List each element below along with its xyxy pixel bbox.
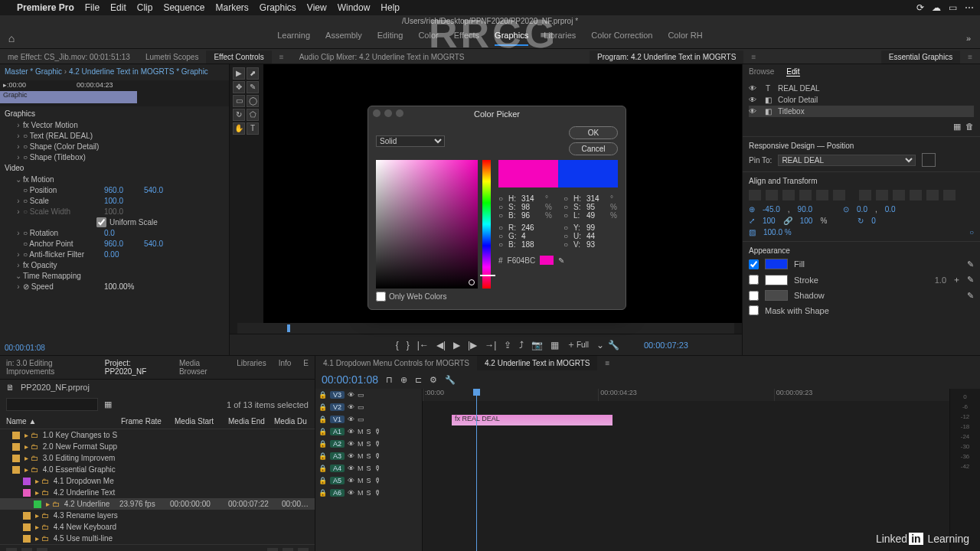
ec-vector-motion[interactable]: fx Vector Motion <box>23 121 78 129</box>
snap-icon[interactable]: ⊓ <box>386 375 393 385</box>
eye-icon[interactable]: 👁 <box>749 107 758 116</box>
ec-scale[interactable]: ○ Scale <box>23 197 96 205</box>
track-header[interactable]: 🔒V3👁▭ <box>315 389 422 401</box>
ws-graphics[interactable]: Graphics <box>495 31 528 46</box>
menu-file[interactable]: File <box>85 2 100 13</box>
cloud-icon[interactable]: ☁ <box>932 2 941 13</box>
bin-item[interactable]: ▸ 🗀4.0 Essential Graphic <box>0 464 315 475</box>
bin-item[interactable]: ▸ 🗀2.0 New Format Supp <box>0 441 315 452</box>
ok-button[interactable]: OK <box>569 126 618 139</box>
menu-view[interactable]: View <box>307 2 327 13</box>
ec-rotation[interactable]: ○ Rotation <box>23 229 96 237</box>
eg-layer-1[interactable]: Color Detail <box>778 96 818 104</box>
home-button[interactable]: ⌂ <box>0 32 23 44</box>
zoom-icon[interactable] <box>396 109 403 117</box>
ws-learning[interactable]: Learning <box>277 31 310 46</box>
close-icon[interactable] <box>373 109 381 117</box>
color-value-row[interactable]: ○U:44 <box>564 232 618 240</box>
menu-sequence[interactable]: Sequence <box>163 2 204 13</box>
app-name[interactable]: Premiere Pro <box>17 2 74 13</box>
ws-effects[interactable]: Effects <box>454 31 479 46</box>
color-field[interactable] <box>376 160 478 289</box>
color-value-row[interactable]: ○H:314° <box>564 194 618 203</box>
tab-frame-effect[interactable]: me Effect: CS_Jib.mov: 00:01:51:13 <box>0 51 138 64</box>
ec-shape-color[interactable]: ○ Shape (Color Detail) <box>23 142 99 151</box>
ec-shape-title[interactable]: ○ Shape (Titlebox) <box>23 153 86 161</box>
add-button-icon[interactable]: ＋ <box>567 338 576 351</box>
add-stroke-icon[interactable]: ＋ <box>952 274 961 285</box>
eg-x[interactable]: -45.0 <box>763 205 780 214</box>
bin-item[interactable]: ▸ 🗀4.5 Use multi-line <box>0 533 315 544</box>
linked-sel-icon[interactable]: ⊕ <box>400 375 407 385</box>
web-colors-toggle[interactable] <box>376 292 386 302</box>
tab-essential-graphics[interactable]: Essential Graphics <box>881 51 960 64</box>
eyedropper-icon[interactable]: ✎ <box>967 259 974 269</box>
eye-icon[interactable]: 👁 <box>749 84 758 93</box>
eg-opacity[interactable]: 100.0 % <box>763 228 792 236</box>
sync-icon[interactable]: ⟳ <box>916 2 924 13</box>
bin-item[interactable]: ▸ 🗀3.0 Editing Improvem <box>0 452 315 464</box>
ec-time-remap[interactable]: Time Remapping <box>23 272 81 280</box>
type-tool-icon[interactable]: T <box>247 122 259 135</box>
track-header[interactable]: 🔒A4👁MS🎙 <box>315 462 422 474</box>
tab-program[interactable]: Program: 4.2 Underline Text in MOGRTS <box>590 51 743 64</box>
ec-position[interactable]: ○ Position <box>23 186 96 194</box>
ws-overflow-icon[interactable]: » <box>957 34 980 43</box>
ec-text[interactable]: ○ Text (REAL DEAL) <box>23 132 93 140</box>
eg-tab-browse[interactable]: Browse <box>749 67 774 77</box>
eg-layer-0[interactable]: REAL DEAL <box>778 84 820 93</box>
color-value-row[interactable]: ○S:95% <box>564 203 618 211</box>
extract-icon[interactable]: ⤴ <box>519 340 524 350</box>
new-item-icon[interactable] <box>283 548 293 551</box>
trash-icon[interactable] <box>298 548 309 551</box>
project-columns[interactable]: Name ▲Frame RateMedia StartMedia EndMedi… <box>0 414 315 429</box>
mark-out-icon[interactable]: } <box>407 340 410 350</box>
ec-antiflicker[interactable]: ○ Anti-flicker Filter <box>23 250 96 259</box>
export-frame-icon[interactable]: 📷 <box>531 340 543 350</box>
cancel-button[interactable]: Cancel <box>569 142 618 155</box>
lift-icon[interactable]: ⇪ <box>504 340 511 350</box>
tab-lumetri[interactable]: Lumetri Scopes <box>138 51 206 64</box>
go-in-icon[interactable]: |← <box>417 340 429 350</box>
eg-layer-2[interactable]: Titlebox <box>778 107 805 116</box>
menu-clip[interactable]: Clip <box>137 2 153 13</box>
project-search[interactable] <box>6 398 98 411</box>
ws-colorcorr[interactable]: Color Correction <box>591 31 652 46</box>
pin-box-icon[interactable] <box>922 153 936 167</box>
new-bin-icon[interactable] <box>267 548 278 551</box>
ws-color[interactable]: Color <box>418 31 438 46</box>
timeline-tracks[interactable]: :00:0000:00:04:2300:00:09:23 fx REAL DEA… <box>423 389 949 551</box>
eg-sy[interactable]: 100 <box>800 217 813 225</box>
eyedropper-icon[interactable]: ✎ <box>558 256 564 265</box>
icon-view-icon[interactable] <box>21 548 32 551</box>
eyedropper-icon[interactable]: ✎ <box>967 275 974 285</box>
track-header[interactable]: 🔒A6👁MS🎙 <box>315 487 422 499</box>
tab-effect-controls[interactable]: Effect Controls <box>206 51 271 64</box>
color-value-row[interactable]: ○S:98% <box>498 203 553 211</box>
track-header[interactable]: 🔒V2👁▭ <box>315 401 422 413</box>
eg-tab-edit[interactable]: Edit <box>786 67 799 77</box>
hex-value[interactable]: F604BC <box>508 256 536 265</box>
ec-motion[interactable]: fx Motion <box>23 175 54 184</box>
workspace-icon[interactable]: ▭ <box>949 2 957 13</box>
ptab-effects[interactable]: E <box>297 356 315 379</box>
marker-icon[interactable]: ⊏ <box>415 375 422 385</box>
ptab-project[interactable]: Project: PP2020_NF <box>99 356 173 379</box>
stroke-toggle[interactable] <box>749 275 759 285</box>
direct-tool-icon[interactable]: ⬈ <box>247 67 259 80</box>
ec-speed[interactable]: ⊘ Speed <box>23 282 96 291</box>
step-back-icon[interactable]: ◀| <box>436 340 446 350</box>
crop-tool-icon[interactable]: ✥ <box>233 81 245 93</box>
settings-icon[interactable]: ⚙ <box>430 375 437 385</box>
polygon-tool-icon[interactable]: ⬠ <box>247 109 259 121</box>
tab-audio-mixer[interactable]: Audio Clip Mixer: 4.2 Underline Text in … <box>292 51 472 64</box>
shadow-toggle[interactable] <box>749 291 759 301</box>
link-icon[interactable]: 🔗 <box>783 217 792 225</box>
tl-tab-0[interactable]: 4.1 Dropdown Menu Controls for MOGRTS <box>315 356 477 370</box>
hand-tool-icon[interactable]: ✋ <box>233 122 245 135</box>
program-res[interactable]: Full <box>577 341 589 349</box>
bin-item[interactable]: ▸ 🗀4.1 Dropdown Me <box>0 475 315 487</box>
pin-to-select[interactable]: REAL DEAL <box>778 155 916 166</box>
color-value-row[interactable]: ○B:96% <box>498 211 553 220</box>
ellipse-tool-icon[interactable]: ◯ <box>247 95 259 107</box>
